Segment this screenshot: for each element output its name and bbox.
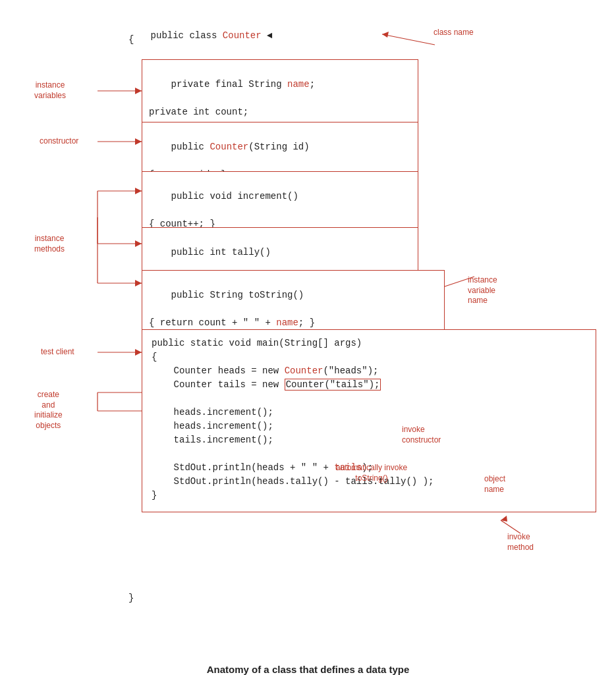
- label-instance-variables: instancevariables: [34, 80, 66, 101]
- label-test-client: test client: [41, 347, 74, 358]
- diagram-container: public class Counter ◄ { private final S…: [0, 0, 616, 645]
- label-create-initialize: createandinitializeobjects: [34, 390, 63, 431]
- label-object-name: objectname: [484, 474, 505, 495]
- svg-marker-14: [135, 280, 142, 286]
- caption: Anatomy of a class that defines a data t…: [0, 652, 616, 675]
- test-client-box: public static void main(String[] args) {…: [142, 329, 596, 512]
- svg-line-31: [501, 520, 520, 533]
- svg-marker-18: [135, 349, 142, 356]
- svg-marker-10: [135, 188, 142, 194]
- svg-marker-1: [382, 32, 389, 38]
- label-constructor: constructor: [40, 136, 78, 147]
- svg-marker-5: [135, 138, 142, 145]
- label-instance-methods: instancemethods: [34, 234, 65, 254]
- svg-line-0: [382, 34, 435, 45]
- svg-marker-3: [135, 88, 142, 94]
- label-instance-variable-name: instancevariablename: [468, 275, 497, 306]
- svg-marker-32: [501, 516, 507, 522]
- opening-brace-top: {: [128, 34, 134, 45]
- label-invoke-constructor: invokeconstructor: [402, 425, 441, 445]
- closing-brace: }: [128, 593, 134, 603]
- label-auto-invoke: automatically invoketoString(): [336, 463, 407, 483]
- label-invoke-method: invokemethod: [507, 532, 534, 553]
- svg-marker-12: [135, 240, 142, 247]
- class-declaration: public class Counter ◄: [128, 20, 272, 51]
- label-class-name: class name: [434, 28, 474, 38]
